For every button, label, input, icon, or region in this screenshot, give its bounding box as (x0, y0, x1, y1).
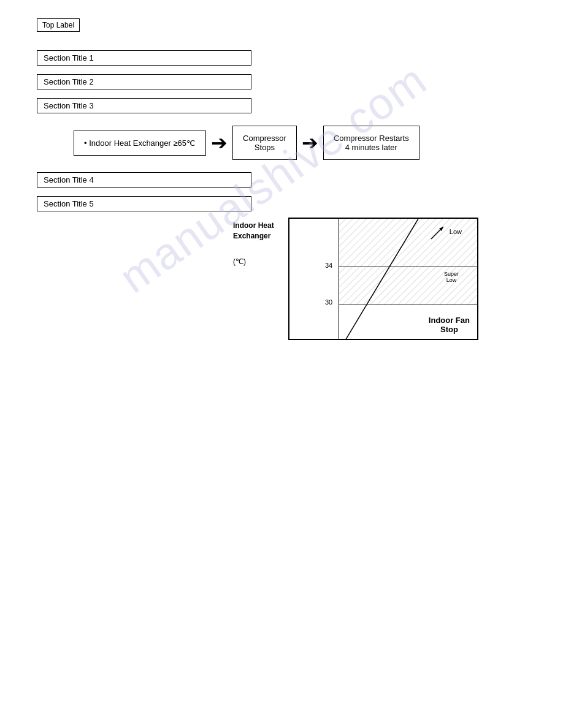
section-4: Section Title 4 (37, 172, 526, 188)
section-3: Section Title 3 • Indoor Heat Exchanger … (37, 98, 526, 160)
section-1-title: Section Title 1 (37, 50, 251, 66)
page: manualshive.com Top Label Section Title … (0, 0, 563, 728)
chart-area: Indoor Heat Exchanger (℃) (37, 218, 526, 358)
chart-y-label: Indoor Heat Exchanger (233, 221, 274, 241)
chart-box: Low Super Low 34 30 Indoor Fan Stop (288, 218, 478, 340)
flow-box-condition: • Indoor Heat Exchanger ≥65℃ (74, 131, 206, 156)
super-low-label: Super Low (444, 271, 459, 283)
section-2: Section Title 2 (37, 74, 526, 89)
chart-unit: (℃) (233, 257, 246, 266)
svg-line-4 (345, 219, 418, 340)
section-5: Section Title 5 Indoor Heat Exchanger (℃… (37, 196, 526, 358)
flow-box-stops: Compressor Stops (232, 126, 297, 160)
flow-arrow-1: ➔ (211, 133, 228, 153)
section-1: Section Title 1 (37, 50, 526, 66)
fan-stop-label: Indoor Fan Stop (429, 316, 470, 334)
section-3-title: Section Title 3 (37, 98, 251, 113)
label-34: 34 (325, 262, 332, 269)
flow-diagram: • Indoor Heat Exchanger ≥65℃ ➔ Compresso… (74, 126, 526, 160)
section-2-title: Section Title 2 (37, 74, 251, 89)
flow-box-restarts: Compressor Restarts 4 minutes later (323, 126, 419, 160)
low-label: Low (450, 228, 462, 235)
top-label-box: Top Label (37, 18, 80, 32)
section-5-title: Section Title 5 (37, 196, 251, 211)
chart-arrow (428, 224, 446, 242)
section-4-title: Section Title 4 (37, 172, 251, 188)
flow-arrow-2: ➔ (302, 133, 318, 153)
label-30: 30 (325, 298, 332, 306)
